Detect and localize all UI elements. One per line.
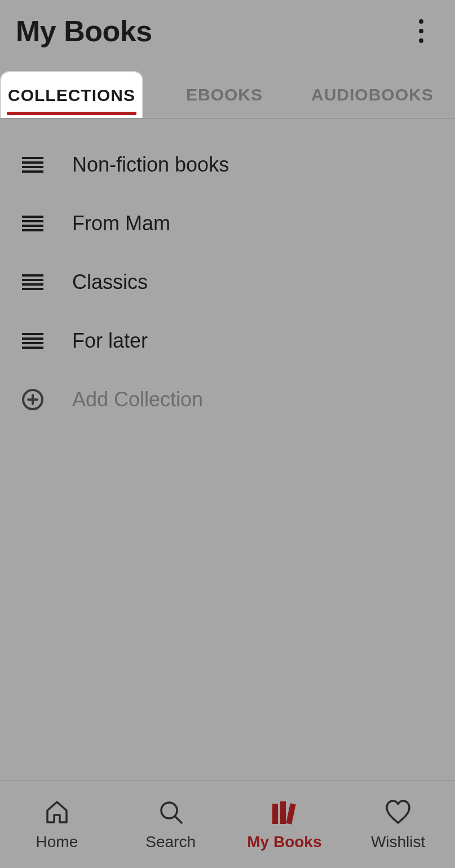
nav-wishlist-label: Wishlist: [371, 833, 425, 851]
nav-search[interactable]: Search: [114, 781, 228, 868]
add-collection-row[interactable]: Add Collection: [0, 370, 455, 429]
nav-mybooks[interactable]: My Books: [228, 781, 342, 868]
nav-mybooks-label: My Books: [247, 833, 321, 851]
nav-search-label: Search: [145, 833, 196, 851]
home-icon: [43, 798, 71, 826]
svg-rect-24: [272, 804, 278, 824]
more-options-button[interactable]: [404, 14, 438, 48]
tab-ebooks[interactable]: EBOOKS: [170, 72, 279, 118]
tab-collections[interactable]: COLLECTIONS: [0, 71, 143, 119]
tab-bar: COLLECTIONS EBOOKS AUDIOBOOKS AUTHORS: [0, 62, 455, 119]
svg-point-0: [419, 19, 423, 24]
books-icon: [269, 798, 299, 826]
svg-point-2: [419, 38, 423, 43]
collections-list: Non-fiction books From Mam Classics For …: [0, 119, 455, 446]
collection-row[interactable]: Classics: [0, 253, 455, 312]
list-icon: [20, 270, 45, 295]
collection-label: For later: [72, 329, 148, 353]
page-title: My Books: [16, 14, 152, 48]
list-icon: [20, 152, 45, 177]
collection-row[interactable]: Non-fiction books: [0, 135, 455, 194]
list-icon: [20, 211, 45, 236]
plus-circle-icon: [20, 387, 45, 412]
svg-rect-26: [286, 803, 296, 824]
heart-icon: [383, 798, 413, 826]
app-header: My Books: [0, 0, 455, 62]
nav-home-label: Home: [36, 833, 78, 851]
collection-label: From Mam: [72, 212, 170, 235]
nav-home[interactable]: Home: [0, 781, 114, 868]
collection-row[interactable]: From Mam: [0, 194, 455, 253]
collection-label: Classics: [72, 270, 148, 294]
search-icon: [157, 798, 185, 826]
add-collection-label: Add Collection: [72, 388, 203, 411]
collection-row[interactable]: For later: [0, 312, 455, 370]
nav-wishlist[interactable]: Wishlist: [341, 781, 455, 868]
svg-point-1: [419, 29, 423, 33]
bottom-nav: Home Search My Books Wishlist: [0, 780, 455, 868]
list-icon: [20, 328, 45, 353]
tab-audiobooks[interactable]: AUDIOBOOKS: [295, 72, 449, 118]
svg-line-23: [175, 816, 182, 823]
more-vertical-icon: [418, 19, 424, 43]
collection-label: Non-fiction books: [72, 153, 229, 177]
svg-rect-25: [280, 801, 286, 824]
